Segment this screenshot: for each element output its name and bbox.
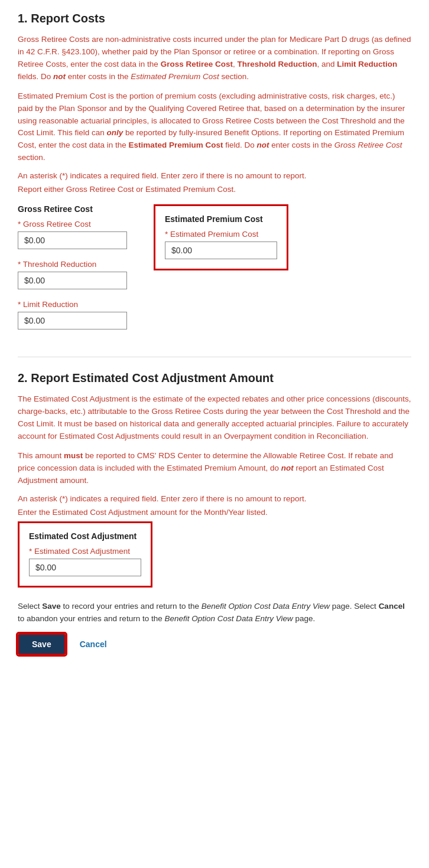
cancel-button[interactable]: Cancel (73, 635, 114, 654)
section-2-enter-note: Enter the Estimated Cost Adjustment amou… (18, 508, 411, 517)
threshold-reduction-label: * Threshold Reduction (18, 260, 130, 269)
est-adj-input[interactable] (29, 559, 141, 576)
estimated-premium-cost-input[interactable] (165, 242, 277, 259)
estimated-premium-cost-label: * Estimated Premium Cost (165, 230, 277, 239)
button-row: Save Cancel (18, 634, 411, 655)
section-1-title: 1. Report Costs (18, 12, 411, 25)
limit-reduction-group: * Limit Reduction (18, 300, 130, 329)
estimated-cost-adjustment-box: Estimated Cost Adjustment * Estimated Co… (18, 521, 152, 588)
estimated-section-title: Estimated Premium Cost (165, 214, 277, 224)
footer-text-1: Select Save to record your entries and r… (18, 601, 411, 625)
section-1-desc1: Gross Retiree Costs are non-administrati… (18, 34, 411, 83)
estimated-premium-cost-column: Estimated Premium Cost * Estimated Premi… (154, 204, 288, 270)
section-2-desc1: The Estimated Cost Adjustment is the est… (18, 393, 411, 443)
est-adj-label: * Estimated Cost Adjustment (29, 547, 141, 556)
threshold-reduction-input[interactable] (18, 272, 127, 289)
gross-retiree-cost-input[interactable] (18, 231, 127, 249)
section-2-desc2: This amount must be reported to CMS' RDS… (18, 450, 411, 487)
section-2: 2. Report Estimated Cost Adjustment Amou… (18, 371, 411, 654)
limit-reduction-label: * Limit Reduction (18, 300, 130, 309)
est-adj-section-title: Estimated Cost Adjustment (29, 531, 141, 541)
section-1-report-either: Report either Gross Retiree Cost or Esti… (18, 185, 411, 194)
threshold-reduction-group: * Threshold Reduction (18, 260, 130, 289)
gross-retiree-cost-label: * Gross Retiree Cost (18, 220, 130, 229)
estimated-premium-cost-box: Estimated Premium Cost * Estimated Premi… (154, 204, 288, 270)
section-2-asterisk: An asterisk (*) indicates a required fie… (18, 494, 411, 503)
section-1: 1. Report Costs Gross Retiree Costs are … (18, 12, 411, 340)
limit-reduction-input[interactable] (18, 312, 127, 329)
gross-retiree-cost-column: Gross Retiree Cost * Gross Retiree Cost … (18, 204, 130, 340)
section-divider (18, 357, 411, 357)
save-button[interactable]: Save (18, 634, 66, 655)
gross-section-title: Gross Retiree Cost (18, 204, 130, 214)
section-1-asterisk: An asterisk (*) indicates a required fie… (18, 171, 411, 180)
gross-retiree-cost-group: * Gross Retiree Cost (18, 220, 130, 249)
section-1-desc2: Estimated Premium Cost is the portion of… (18, 90, 411, 165)
section-2-title: 2. Report Estimated Cost Adjustment Amou… (18, 371, 411, 385)
cost-columns: Gross Retiree Cost * Gross Retiree Cost … (18, 204, 411, 340)
